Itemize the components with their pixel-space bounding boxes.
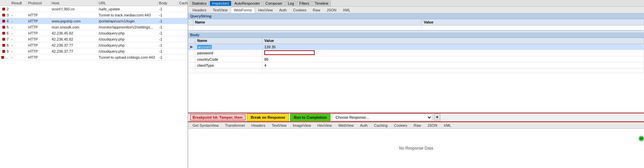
body-row-clienttype[interactable]: clientType 4 bbox=[188, 62, 644, 68]
row-body: -1 bbox=[158, 19, 178, 23]
account-label: account bbox=[197, 45, 212, 49]
body-arrow-password bbox=[188, 50, 195, 56]
row-url: /cloudquery.php bbox=[97, 31, 158, 35]
row-url: Tunnel to upload.cnblogs.com:443 bbox=[97, 55, 158, 59]
body-value-password[interactable] bbox=[262, 50, 644, 56]
body-row-countrycode[interactable]: countryCode 86 bbox=[188, 56, 644, 62]
subtab-xml[interactable]: XML bbox=[340, 7, 354, 13]
subtab-textview[interactable]: TextView bbox=[210, 7, 231, 13]
table-row[interactable]: 6 - HTTP 42.236.45.82 /cloudquery.php -1 bbox=[0, 30, 187, 36]
resp-tab-auth[interactable]: Auth bbox=[357, 122, 371, 128]
table-row[interactable]: 8 - HTTP 42.236.37.77 /cloudquery.php -1 bbox=[0, 42, 187, 48]
subtab-json[interactable]: JSON bbox=[324, 7, 339, 13]
row-protocol: HTTP bbox=[27, 31, 50, 35]
body-name-clienttype[interactable]: clientType bbox=[195, 62, 262, 68]
body-arrow-empty bbox=[188, 68, 195, 73]
row-num: 4 bbox=[0, 19, 10, 23]
tab-statistics[interactable]: Statistics bbox=[190, 1, 209, 6]
row-num: 5 bbox=[0, 25, 10, 29]
resp-tab-cookies[interactable]: Cookies bbox=[391, 122, 410, 128]
row-host: 42.236.37.77 bbox=[50, 43, 97, 47]
resp-tab-textview[interactable]: TextView bbox=[269, 122, 289, 128]
row-host: 42.236.37.77 bbox=[50, 49, 97, 53]
tab-timeline[interactable]: Timeline bbox=[312, 1, 331, 6]
subtab-hexview[interactable]: HexView bbox=[255, 7, 276, 13]
tab-composer[interactable]: Composer bbox=[263, 1, 285, 6]
row-protocol: HTTP bbox=[27, 25, 50, 29]
qs-arrow-header bbox=[188, 19, 193, 25]
body-label: Body bbox=[188, 32, 644, 38]
table-row[interactable]: 7 - HTTP 42.236.45.82 /cloudquery.php -1 bbox=[0, 36, 187, 42]
resp-tab-hexview[interactable]: HexView bbox=[314, 122, 335, 128]
table-row[interactable]: 3 - HTTP Tunnel to track.mediav.com:443 … bbox=[0, 12, 187, 18]
resp-tab-raw[interactable]: Raw bbox=[411, 122, 424, 128]
account-value: 139 35 bbox=[264, 45, 276, 49]
scroll-badge[interactable]: 32 bbox=[639, 136, 644, 141]
tab-autoresponder[interactable]: AutoResponder bbox=[232, 1, 262, 6]
subtab-auth[interactable]: Auth bbox=[276, 7, 290, 13]
resp-tab-headers[interactable]: Headers bbox=[249, 122, 269, 128]
body-table: Name Value ▶ account 139 35 bbox=[188, 38, 644, 73]
body-name-password[interactable]: password bbox=[195, 50, 262, 56]
body-row-account[interactable]: ▶ account 139 35 bbox=[188, 44, 644, 50]
choose-response-dropdown[interactable]: Choose Response... bbox=[332, 114, 432, 121]
resp-tab-caching[interactable]: Caching bbox=[371, 122, 390, 128]
qs-name-header: Name bbox=[193, 19, 422, 25]
table-row[interactable]: 4 - HTTP www.jegotrip.com /portal/api/us… bbox=[0, 18, 187, 24]
resp-tab-xml[interactable]: XML bbox=[441, 122, 454, 128]
row-result: - bbox=[10, 49, 27, 53]
col-url: URL bbox=[97, 1, 158, 5]
body-value-account[interactable]: 139 35 bbox=[262, 44, 644, 50]
row-num: 2 bbox=[0, 7, 10, 11]
row-url: /portal/api/usr/v1/login bbox=[97, 19, 158, 23]
right-panel: Statistics Inspectors AutoResponder Comp… bbox=[188, 0, 644, 168]
body-value-header: Value bbox=[262, 38, 644, 44]
subtab-cookies[interactable]: Cookies bbox=[290, 7, 310, 13]
tab-filters[interactable]: Filters bbox=[297, 1, 312, 6]
table-row[interactable]: 10 - HTTP Tunnel to upload.cnblogs.com:4… bbox=[0, 54, 187, 60]
col-protocol: Protocol bbox=[27, 1, 50, 5]
resp-tab-webview[interactable]: WebView bbox=[335, 122, 357, 128]
row-result: - bbox=[10, 37, 27, 41]
break-on-response-button[interactable]: Break on Response bbox=[247, 114, 289, 121]
body-value-countrycode[interactable]: 86 bbox=[262, 56, 644, 62]
body-arrow-clienttype bbox=[188, 62, 195, 68]
row-result: - bbox=[10, 19, 27, 23]
row-url: /safe_update bbox=[97, 7, 158, 11]
run-to-completion-button[interactable]: Run to Completion bbox=[290, 114, 330, 121]
row-protocol: HTTP bbox=[27, 19, 50, 23]
resp-tab-imageview[interactable]: ImageView bbox=[290, 122, 314, 128]
row-url: /monitor/appmonitor/v2/settings... bbox=[97, 25, 158, 29]
tab-log[interactable]: Log bbox=[285, 1, 296, 6]
row-host: vconf.f.360.cn bbox=[50, 7, 97, 11]
dropdown-arrow[interactable]: ▼ bbox=[434, 114, 440, 121]
row-result: - bbox=[10, 55, 27, 59]
table-row[interactable]: 5 - HTTP mon.snssdk.com /monitor/appmoni… bbox=[0, 24, 187, 30]
subtab-headers[interactable]: Headers bbox=[190, 7, 210, 13]
resp-tab-syntaxview[interactable]: Get SyntaxView bbox=[190, 122, 222, 128]
subtab-webforms[interactable]: WebForms bbox=[231, 7, 255, 13]
querystring-section: QueryString Name Value bbox=[188, 13, 644, 30]
row-protocol: HTTP bbox=[27, 13, 50, 17]
password-edit-box[interactable] bbox=[264, 50, 315, 55]
breakpoint-bar: Breakpoint hit. Tamper, then: Break on R… bbox=[188, 113, 644, 122]
col-host: Host bbox=[50, 1, 97, 5]
row-body: -1 bbox=[158, 7, 178, 11]
request-subtab-bar: Headers TextView WebForms HexView Auth C… bbox=[188, 7, 644, 13]
body-name-countrycode[interactable]: countryCode bbox=[195, 56, 262, 62]
table-row[interactable]: 2 vconf.f.360.cn /safe_update -1 bbox=[0, 6, 187, 12]
body-name-empty bbox=[195, 68, 262, 73]
resp-tab-transformer[interactable]: Transformer bbox=[222, 122, 248, 128]
body-row-password[interactable]: password bbox=[188, 50, 644, 56]
table-row[interactable]: 9 - HTTP 42.236.37.77 /cloudquery.php -1 bbox=[0, 48, 187, 54]
body-name-account[interactable]: account bbox=[195, 44, 262, 50]
body-value-clienttype[interactable]: 4 bbox=[262, 62, 644, 68]
row-protocol: HTTP bbox=[27, 43, 50, 47]
row-num: 10 bbox=[0, 55, 10, 59]
resp-tab-json[interactable]: JSON bbox=[424, 122, 440, 128]
querystring-label: QueryString bbox=[188, 13, 644, 19]
subtab-raw[interactable]: Raw bbox=[310, 7, 323, 13]
inspector-content: Headers TextView WebForms HexView Auth C… bbox=[188, 7, 644, 168]
qs-name-cell bbox=[193, 25, 422, 30]
tab-inspectors[interactable]: Inspectors bbox=[210, 1, 231, 6]
